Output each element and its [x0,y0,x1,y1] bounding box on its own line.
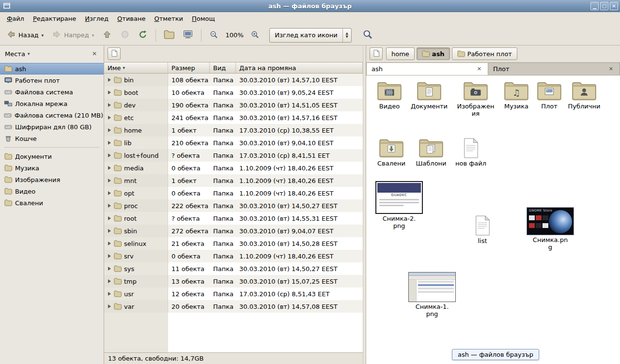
column-header-name[interactable]: Име▾ [104,62,168,73]
table-row[interactable]: var20 обектаПапка30.03.2010 (вт) 14,57,0… [104,300,363,313]
icon-item-public[interactable]: Публични [564,80,604,110]
search-button[interactable] [359,28,376,43]
expander-icon[interactable] [108,191,111,195]
expander-icon[interactable] [108,153,111,157]
expander-icon[interactable] [108,103,111,107]
expander-icon[interactable] [108,216,111,220]
table-row[interactable]: sbin272 обектаПапка30.03.2010 (вт) 9,04,… [104,225,363,237]
tab-plot[interactable]: Плот✕ [488,62,620,75]
sidebar-item-music[interactable]: Музика [0,162,104,174]
home-button[interactable] [160,28,178,43]
sidebar-item-downloads[interactable]: Свалени [0,197,104,209]
icon-item-snimka-1[interactable]: Снимка-1.png [407,272,457,318]
close-button[interactable]: ✕ [610,2,618,10]
expander-icon[interactable] [108,267,111,271]
table-row[interactable]: lost+found? обектаПапка17.03.2010 (ср) 8… [104,149,363,162]
sidebar-item-pictures[interactable]: Изображения [0,174,104,185]
sidebar-item-home[interactable]: ash [0,63,104,75]
location-button[interactable] [108,47,121,60]
expander-icon[interactable] [108,242,111,245]
icon-item-templates[interactable]: Шаблони [411,137,451,167]
sidebar-item-local-network[interactable]: Локална мрежа [0,98,104,109]
expander-icon[interactable] [108,91,111,94]
icon-item-pictures[interactable]: Изображения [455,80,496,118]
maximize-button[interactable]: ▢ [600,2,608,10]
sidebar-item-encrypted-80gb[interactable]: Шифриран дял (80 GB) [0,121,104,133]
sidebar-item-trash[interactable]: Кошче [0,133,104,144]
menu-bookmarks[interactable]: Отметки [151,13,187,24]
close-icon[interactable]: ✕ [476,65,483,73]
icon-item-snimka-2[interactable]: GUADECСнимка-2.png [374,181,424,230]
titlebar[interactable]: ash — файлов браузър ▁ ▢ ✕ [0,0,620,12]
icon-item-snimka[interactable]: GNOME StoreСнимка.png [525,207,575,251]
sidebar-item-desktop[interactable]: Работен плот [0,75,104,86]
table-row[interactable]: usr12 обектаПапка17.03.2010 (ср) 8,51,43… [104,288,363,300]
back-button[interactable]: Назад ▾ [3,28,47,43]
expander-icon[interactable] [108,279,111,283]
stop-button[interactable] [117,28,133,43]
pane-splitter[interactable] [363,46,366,364]
expander-icon[interactable] [108,229,111,233]
expander-icon[interactable] [108,128,111,132]
table-row[interactable]: lib210 обектаПапка30.03.2010 (вт) 9,04,1… [104,136,363,149]
reload-button[interactable] [135,28,151,43]
table-row[interactable]: boot10 обектаПапка30.03.2010 (вт) 9,05,2… [104,86,363,99]
table-row[interactable]: bin108 обектаПапка30.03.2010 (вт) 14,57,… [104,74,363,86]
path-button-home[interactable]: home [386,47,415,60]
expander-icon[interactable] [108,116,111,120]
expander-icon[interactable] [108,254,111,258]
minimize-button[interactable]: ▁ [590,2,599,10]
table-row[interactable]: mnt1 обектПапка1.10.2009 (чт) 18,40,26 E… [104,174,363,187]
table-row[interactable]: selinux21 обектаПапка30.03.2010 (вт) 14,… [104,237,363,250]
spinner-arrows-icon[interactable]: ▲▼ [342,29,351,42]
expander-icon[interactable] [108,292,111,296]
table-row[interactable]: tmp13 обектаПапка30.03.2010 (вт) 15,07,2… [104,275,363,288]
icon-item-downloads[interactable]: Свалени [371,137,412,167]
column-header-type[interactable]: Вид [210,62,236,73]
table-row[interactable]: opt0 обектаПапка1.10.2009 (чт) 18,40,26 … [104,187,363,199]
chevron-down-icon[interactable]: ▾ [28,51,30,56]
column-header-date[interactable]: Дата на промяна [236,62,363,73]
menu-file[interactable]: Файл [3,13,28,24]
expander-icon[interactable] [108,141,111,145]
table-row[interactable]: dev190 обектаПапка30.03.2010 (вт) 14,51,… [104,99,363,111]
menu-view[interactable]: Изглед [81,13,112,24]
table-row[interactable]: sys11 обектаПапка30.03.2010 (вт) 14,50,2… [104,262,363,275]
menu-edit[interactable]: Редактиране [29,13,80,24]
sidebar-item-videos[interactable]: Видео [0,185,104,197]
location-button[interactable] [370,47,383,60]
expander-icon[interactable] [108,166,111,170]
view-mode-select[interactable]: Изглед като икони ▲▼ [269,28,352,43]
expander-icon[interactable] [108,204,111,208]
tab-ash[interactable]: ash✕ [366,62,488,75]
table-row[interactable]: media0 обектаПапка1.10.2009 (чт) 18,40,2… [104,162,363,174]
up-button[interactable] [99,28,115,43]
path-button-ash[interactable]: ash [417,47,450,60]
places-title[interactable]: Места [5,50,25,58]
table-row[interactable]: root? обектаПапка30.03.2010 (вт) 14,55,3… [104,212,363,225]
sidebar-item-filesystem-210mb[interactable]: Файлова система (210 MB) [0,109,104,121]
computer-button[interactable] [179,28,197,43]
sidebar-item-filesystem[interactable]: Файлова система [0,86,104,98]
icon-item-documents[interactable]: Документи [409,80,450,110]
table-row[interactable]: proc222 обектаПапка30.03.2010 (вт) 14,50… [104,199,363,212]
sidebar-item-documents[interactable]: Документи [0,151,104,162]
forward-button[interactable]: Напред ▾ [48,28,97,43]
expander-icon[interactable] [108,78,111,82]
close-icon[interactable]: ✕ [607,65,615,73]
table-row[interactable]: srv0 обектаПапка1.10.2009 (чт) 18,40,26 … [104,250,363,262]
icon-item-new-file[interactable]: нов файл [450,137,491,167]
icon-item-videos[interactable]: Видео [369,80,410,110]
table-row[interactable]: home1 обектПапка17.03.2010 (ср) 10,38,55… [104,124,363,136]
path-button-desktop[interactable]: Работен плот [452,47,517,60]
zoom-out-button[interactable] [206,28,222,43]
table-row[interactable]: etc241 обектаПапка30.03.2010 (вт) 14,57,… [104,111,363,124]
expander-icon[interactable] [108,304,111,308]
column-header-size[interactable]: Размер [168,62,210,73]
icon-item-list[interactable]: list [462,215,503,245]
menu-go[interactable]: Отиване [113,13,149,24]
sidebar-close-button[interactable]: ✕ [90,49,99,58]
zoom-in-button[interactable] [247,28,263,43]
expander-icon[interactable] [108,179,111,182]
menu-help[interactable]: Помощ [188,13,219,24]
